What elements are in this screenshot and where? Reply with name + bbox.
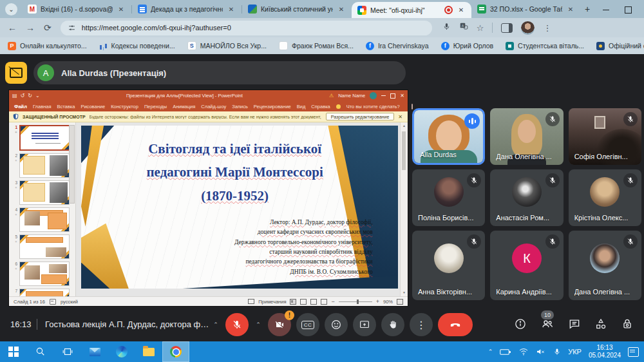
close-icon[interactable]: ✕ — [117, 6, 126, 13]
participant-tile[interactable]: Крістіна Олекс... — [569, 169, 641, 226]
meeting-details-button[interactable] — [514, 318, 527, 330]
ppt-tab-animations[interactable]: Анимация — [173, 104, 195, 110]
task-view-button[interactable] — [54, 341, 81, 362]
ppt-tab-transitions[interactable]: Переходы — [144, 104, 167, 110]
ppt-tab-design[interactable]: Конструктор — [111, 104, 138, 110]
ppt-tab-draw[interactable]: Рисование — [80, 104, 105, 110]
ppt-tab-insert[interactable]: Вставка — [57, 104, 75, 110]
participant-tile[interactable]: Анна Вікторівн... — [412, 231, 485, 300]
taskbar-search-button[interactable] — [27, 341, 54, 362]
tray-mic-icon[interactable] — [553, 347, 561, 356]
ppt-quick-access-toolbar[interactable]: ▤ ↺ ↻ ⌄ — [12, 93, 40, 99]
participant-tile[interactable]: Анастасія Ром... — [490, 169, 563, 226]
close-icon[interactable]: ✕ — [337, 6, 346, 13]
start-button[interactable] — [0, 341, 27, 362]
voice-search-icon[interactable] — [442, 22, 451, 33]
file-explorer-button[interactable] — [135, 341, 162, 362]
tab-search-button[interactable]: ⌄ — [5, 3, 17, 15]
participant-tile[interactable]: Поліна Борисів... — [412, 169, 485, 226]
slide-sorter-icon[interactable] — [300, 299, 307, 305]
bookmark-item[interactable]: S МАНОЙЛО Вся Укр... — [187, 41, 267, 50]
chrome-menu-icon[interactable]: ⋮ — [543, 23, 551, 33]
zoom-in-button[interactable]: + — [376, 298, 379, 305]
participant-tile[interactable]: Дана Олегівна ... — [490, 108, 563, 165]
ppt-tab-help[interactable]: Справка — [311, 104, 330, 110]
close-icon[interactable]: ✕ — [457, 6, 466, 14]
present-button[interactable] — [353, 313, 376, 336]
translate-icon[interactable]: A — [459, 22, 468, 33]
bookmark-item[interactable]: Фраюк Роман Вся... — [279, 41, 354, 50]
normal-view-icon[interactable] — [290, 299, 296, 305]
bookmark-item[interactable]: P Онлайн калькулято... — [8, 42, 87, 50]
slide-thumbnail-3[interactable]: 3✶ — [9, 179, 75, 206]
captions-button[interactable]: CC — [296, 313, 319, 336]
reactions-button[interactable] — [325, 313, 348, 336]
volume-muted-icon[interactable] — [536, 347, 546, 356]
redo-icon[interactable]: ↻ — [28, 93, 32, 99]
raise-hand-button[interactable] — [381, 313, 404, 336]
protected-bar-close-icon[interactable]: ✕ — [398, 114, 404, 120]
participant-tile[interactable]: Дана Олегівна ... — [569, 231, 641, 300]
tab-meet-active[interactable]: Meet: "ofi-qxui-ihj" ✕ — [352, 2, 471, 18]
zoom-out-button[interactable]: − — [331, 298, 334, 305]
mail-app-button[interactable] — [81, 341, 108, 362]
language-switcher[interactable]: УКР — [568, 348, 582, 356]
people-button[interactable]: 10 — [540, 318, 554, 330]
reload-button[interactable]: ⟳ — [44, 23, 52, 33]
wifi-icon[interactable] — [518, 347, 529, 356]
host-controls-button[interactable] — [621, 318, 634, 330]
ppt-tab-record[interactable]: Запись — [232, 104, 248, 110]
spellcheck-icon[interactable] — [50, 299, 56, 305]
site-info-icon[interactable] — [68, 24, 76, 32]
ppt-tell-me[interactable]: Что вы хотите сделать? — [346, 104, 400, 110]
side-panel-icon[interactable] — [501, 23, 513, 33]
zoom-slider[interactable] — [339, 301, 372, 302]
bookmark-star-icon[interactable]: ☆ — [477, 23, 484, 33]
minimize-button[interactable] — [603, 10, 609, 11]
new-tab-button[interactable]: + — [585, 4, 590, 14]
save-icon[interactable]: ▤ — [12, 93, 17, 99]
camera-options-chevron-icon[interactable]: ⌃ — [254, 321, 263, 328]
tab-docs[interactable]: Декада цк з педагогічної о ✕ — [132, 0, 242, 18]
presenter-banner[interactable]: A Alla Durdas (Презентація) — [33, 61, 406, 84]
slideshow-icon[interactable] — [321, 299, 327, 305]
address-bar[interactable]: https://meet.google.com/ofi-qxui-ihj?aut… — [61, 21, 432, 35]
qat-more-icon[interactable]: ⌄ — [35, 93, 40, 99]
slide-thumbnail-6[interactable]: 6✶ — [9, 260, 75, 287]
slide-thumbnail-1[interactable]: 1✶ — [9, 124, 75, 152]
bookmark-item[interactable]: Кодексы поведени... — [99, 42, 175, 50]
slide-thumbnail-5[interactable]: 5✶ — [9, 233, 75, 260]
ppt-account-avatar[interactable] — [370, 92, 377, 99]
ppt-tab-home[interactable]: Главная — [33, 104, 52, 110]
chrome-app-button[interactable] — [162, 341, 189, 362]
ppt-maximize-button[interactable] — [390, 93, 395, 99]
ppt-close-button[interactable]: ✕ — [400, 93, 404, 99]
edge-app-button[interactable] — [108, 341, 135, 362]
reading-view-icon[interactable] — [310, 299, 317, 305]
tab-university[interactable]: Київський столичний унів ✕ — [242, 0, 352, 18]
bookmark-item[interactable]: Офіційний сайт Уп... — [596, 42, 644, 50]
tray-hidden-icons-button[interactable]: ⌃ — [488, 348, 493, 355]
ppt-tab-slideshow[interactable]: Слайд-шоу — [201, 104, 226, 110]
notes-button[interactable]: Примечания — [258, 299, 286, 305]
enable-editing-button[interactable]: Разрешить редактирование — [326, 113, 394, 120]
bookmark-item[interactable]: f Ira Chervinskaya — [366, 42, 429, 50]
thumbnail-scrollbar[interactable] — [69, 125, 75, 204]
tab-sheets[interactable]: 32 ПО.xlsx - Google Таблиц ✕ — [471, 0, 581, 18]
slide-scrollbar[interactable]: ▲▼ — [400, 122, 408, 296]
ppt-slide-thumbnails[interactable]: 1✶ 2✶ 3✶ 4✶ 5✶ — [9, 122, 76, 296]
participant-tile[interactable]: Софія Олегівн... — [569, 108, 641, 165]
tab-gmail[interactable]: M Вхідні (16) - d.sopova@kub ✕ — [22, 0, 131, 18]
slide-thumbnail-2[interactable]: 2✶ — [9, 152, 75, 179]
mic-toggle-button[interactable] — [225, 313, 249, 336]
participant-tile[interactable]: К Карина Андріїв... — [490, 231, 563, 300]
chat-button[interactable] — [568, 318, 581, 330]
more-options-button[interactable]: ⋮ — [410, 313, 433, 336]
slide-thumbnail-7[interactable]: 7 — [9, 287, 75, 296]
ppt-tab-view[interactable]: Вид — [297, 104, 306, 110]
mic-options-chevron-icon[interactable]: ⌃ — [211, 321, 220, 328]
ppt-tab-review[interactable]: Рецензирование — [254, 104, 291, 110]
close-icon[interactable]: ✕ — [227, 6, 236, 13]
bookmark-item[interactable]: Студентська віталь... — [506, 42, 584, 50]
forward-button[interactable]: → — [26, 23, 35, 33]
